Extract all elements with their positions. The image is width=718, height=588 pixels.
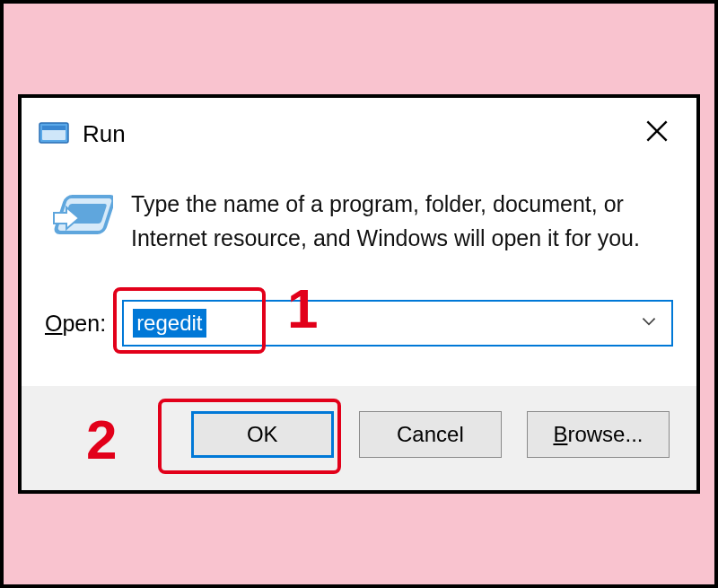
annotation-number-2: 2 bbox=[86, 408, 117, 471]
open-input-value: regedit bbox=[133, 309, 206, 338]
ok-button-label: OK bbox=[247, 422, 278, 447]
chevron-down-icon[interactable] bbox=[639, 312, 659, 335]
open-label: Open: bbox=[45, 311, 106, 337]
close-icon bbox=[643, 117, 671, 145]
page-background: Run Type the name of a program, folder bbox=[4, 4, 714, 584]
button-bar: OK Cancel Browse... 2 bbox=[22, 386, 696, 490]
run-program-icon bbox=[48, 191, 113, 243]
titlebar: Run bbox=[22, 98, 696, 170]
browse-button[interactable]: Browse... bbox=[527, 411, 670, 458]
dialog-description: Type the name of a program, folder, docu… bbox=[131, 188, 670, 255]
cancel-button-label: Cancel bbox=[397, 422, 464, 447]
cancel-button[interactable]: Cancel bbox=[359, 411, 502, 458]
run-app-icon bbox=[38, 118, 70, 150]
browse-button-label: Browse... bbox=[553, 422, 643, 447]
content-area: Type the name of a program, folder, docu… bbox=[22, 170, 696, 300]
ok-button[interactable]: OK bbox=[191, 411, 334, 458]
close-button[interactable] bbox=[634, 113, 680, 154]
svg-rect-2 bbox=[42, 126, 66, 130]
open-combobox[interactable]: regedit bbox=[122, 300, 673, 347]
run-dialog: Run Type the name of a program, folder bbox=[18, 94, 700, 494]
dialog-title: Run bbox=[83, 120, 634, 148]
open-row: Open: regedit 1 bbox=[22, 300, 696, 386]
